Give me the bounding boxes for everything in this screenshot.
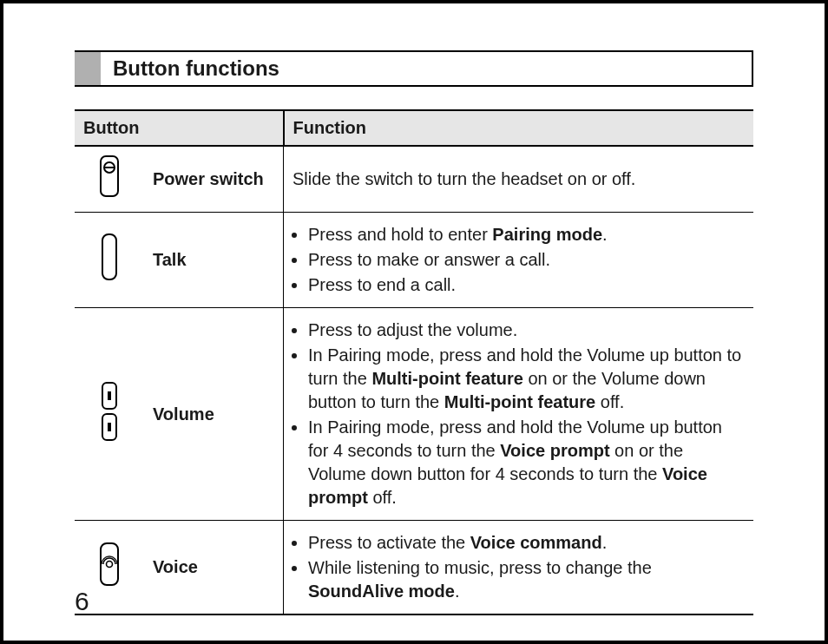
power-switch-icon (98, 155, 121, 197)
function-list: Press to adjust the volume. In Pairing m… (292, 319, 745, 509)
svg-rect-3 (102, 234, 116, 279)
table-row: Volume Press to adjust the volume. In Pa… (75, 308, 753, 521)
icon-cell (75, 213, 144, 308)
button-label: Power switch (144, 146, 284, 213)
function-list: Press to activate the Voice command. Whi… (292, 531, 745, 603)
svg-rect-7 (108, 423, 111, 431)
list-item: In Pairing mode, press and hold the Volu… (308, 344, 745, 414)
list-item: Press to activate the Voice command. (308, 531, 745, 555)
talk-button-icon (100, 233, 119, 281)
icon-cell (75, 308, 144, 521)
function-cell: Press to activate the Voice command. Whi… (284, 521, 754, 615)
page-number: 6 (75, 587, 89, 616)
voice-button-icon (97, 542, 122, 587)
function-cell: Press to adjust the volume. In Pairing m… (284, 308, 754, 521)
function-cell: Slide the switch to turn the headset on … (284, 146, 754, 213)
heading-accent (75, 52, 101, 85)
list-item: In Pairing mode, press and hold the Volu… (308, 416, 745, 509)
function-cell: Press and hold to enter Pairing mode. Pr… (284, 213, 754, 308)
button-label: Talk (144, 213, 284, 308)
function-text: Slide the switch to turn the headset on … (292, 169, 635, 188)
section-heading: Button functions (75, 50, 753, 87)
button-label: Volume (144, 308, 284, 521)
button-label: Voice (144, 521, 284, 615)
list-item: Press to make or answer a call. (308, 248, 745, 272)
list-item: Press to adjust the volume. (308, 319, 745, 342)
svg-rect-5 (108, 391, 111, 400)
list-item: While listening to music, press to chang… (308, 556, 745, 603)
function-list: Press and hold to enter Pairing mode. Pr… (292, 223, 745, 297)
volume-button-icon (98, 381, 121, 442)
section-title-text: Button functions (101, 52, 752, 85)
table-row: Talk Press and hold to enter Pairing mod… (75, 213, 753, 308)
table-header-button: Button (75, 110, 284, 146)
table-header-function: Function (284, 110, 754, 146)
svg-point-9 (107, 562, 113, 568)
button-functions-table: Button Function (75, 109, 753, 615)
manual-page: Button functions Button Function (0, 0, 828, 644)
icon-cell (75, 146, 144, 213)
table-row: Power switch Slide the switch to turn th… (75, 146, 753, 213)
table-row: Voice Press to activate the Voice comman… (75, 521, 753, 615)
list-item: Press and hold to enter Pairing mode. (308, 223, 745, 246)
list-item: Press to end a call. (308, 273, 745, 297)
page-content: Button functions Button Function (75, 50, 753, 597)
